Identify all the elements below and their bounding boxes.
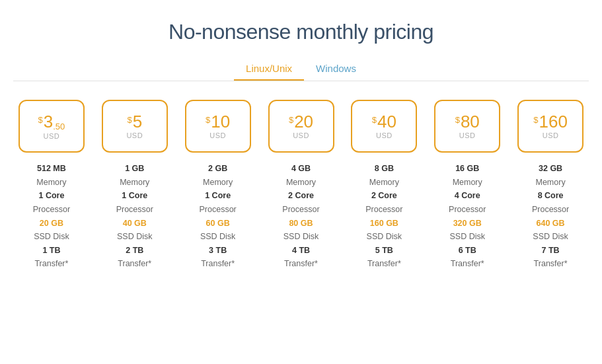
price-currency: USD xyxy=(376,131,393,139)
price-dollar-sign: $ xyxy=(533,116,538,124)
price-number: 5 xyxy=(133,113,142,130)
price-box[interactable]: $5USD xyxy=(102,100,168,153)
spec-line: 1 Core xyxy=(33,189,70,203)
spec-line: Transfer* xyxy=(282,257,319,271)
spec-line: 1 TB xyxy=(33,244,70,258)
price-currency: USD xyxy=(126,131,143,139)
price-currency: USD xyxy=(209,131,226,139)
spec-line: 2 Core xyxy=(282,189,319,203)
spec-line: SSD Disk xyxy=(449,230,486,244)
price-number: 20 xyxy=(294,113,313,130)
price-currency: USD xyxy=(459,131,476,139)
tab-bar: Linux/Unix Windows xyxy=(234,57,368,81)
spec-line: Transfer* xyxy=(116,257,153,271)
spec-line: 4 Core xyxy=(449,189,486,203)
price-dollar-sign: $ xyxy=(372,116,377,124)
spec-line: Memory xyxy=(200,176,237,190)
plan-specs: 32 GBMemory8 CoreProcessor640 GBSSD Disk… xyxy=(532,162,569,271)
spec-line: 8 Core xyxy=(532,189,569,203)
price-cents: .50 xyxy=(53,122,65,131)
price-box[interactable]: $40USD xyxy=(351,100,417,153)
spec-line: 8 GB xyxy=(365,162,402,176)
price-number: 3 xyxy=(44,113,53,130)
plan-specs: 4 GBMemory2 CoreProcessor80 GBSSD Disk4 … xyxy=(282,162,319,271)
price-currency: USD xyxy=(293,131,309,139)
spec-line: Processor xyxy=(282,203,319,217)
spec-line: 1 GB xyxy=(116,162,153,176)
tab-windows[interactable]: Windows xyxy=(304,57,368,81)
spec-line: SSD Disk xyxy=(532,230,569,244)
spec-line: Memory xyxy=(33,176,70,190)
spec-line: 160 GB xyxy=(365,217,402,231)
plan-plan-40[interactable]: $40USD8 GBMemory2 CoreProcessor160 GBSSD… xyxy=(346,100,422,271)
plan-specs: 16 GBMemory4 CoreProcessor320 GBSSD Disk… xyxy=(449,162,486,271)
spec-line: Transfer* xyxy=(200,257,237,271)
spec-line: Memory xyxy=(532,176,569,190)
plans-container: $3.50USD512 MBMemory1 CoreProcessor20 GB… xyxy=(13,100,589,271)
spec-line: Transfer* xyxy=(33,257,70,271)
price-box[interactable]: $10USD xyxy=(185,100,251,153)
price-dollar-sign: $ xyxy=(455,116,460,124)
plan-specs: 8 GBMemory2 CoreProcessor160 GBSSD Disk5… xyxy=(365,162,402,271)
price-currency: USD xyxy=(543,131,559,139)
plan-specs: 2 GBMemory1 CoreProcessor60 GBSSD Disk3 … xyxy=(200,162,237,271)
spec-line: 60 GB xyxy=(200,217,237,231)
price-currency: USD xyxy=(44,132,60,140)
spec-line: 20 GB xyxy=(33,217,70,231)
spec-line: 32 GB xyxy=(532,162,569,176)
spec-line: 2 GB xyxy=(200,162,237,176)
price-dollar-sign: $ xyxy=(38,116,43,124)
spec-line: 3 TB xyxy=(200,244,237,258)
price-dollar-sign: $ xyxy=(289,116,293,124)
spec-line: SSD Disk xyxy=(116,230,153,244)
plan-plan-80[interactable]: $80USD16 GBMemory4 CoreProcessor320 GBSS… xyxy=(429,100,506,271)
spec-line: 2 TB xyxy=(116,244,153,258)
spec-line: 1 Core xyxy=(200,189,237,203)
spec-line: 512 MB xyxy=(33,162,70,176)
spec-line: Processor xyxy=(449,203,486,217)
spec-line: Transfer* xyxy=(365,257,402,271)
spec-line: Processor xyxy=(116,203,153,217)
tab-divider xyxy=(13,81,589,81)
spec-line: 6 TB xyxy=(449,244,486,258)
plan-plan-10[interactable]: $10USD2 GBMemory1 CoreProcessor60 GBSSD … xyxy=(180,100,256,271)
price-number: 10 xyxy=(211,113,230,130)
price-box[interactable]: $80USD xyxy=(434,100,500,153)
spec-line: 320 GB xyxy=(449,217,486,231)
price-number: 40 xyxy=(377,113,396,130)
spec-line: 640 GB xyxy=(532,217,569,231)
tab-linux[interactable]: Linux/Unix xyxy=(234,57,304,81)
plan-plan-5[interactable]: $5USD1 GBMemory1 CoreProcessor40 GBSSD D… xyxy=(96,100,173,271)
spec-line: 7 TB xyxy=(532,244,569,258)
price-box[interactable]: $160USD xyxy=(517,100,583,153)
plan-plan-160[interactable]: $160USD32 GBMemory8 CoreProcessor640 GBS… xyxy=(512,100,589,271)
price-number: 80 xyxy=(461,113,480,130)
spec-line: Transfer* xyxy=(532,257,569,271)
spec-line: Processor xyxy=(532,203,569,217)
spec-line: Processor xyxy=(200,203,237,217)
spec-line: Memory xyxy=(282,176,319,190)
spec-line: 80 GB xyxy=(282,217,319,231)
spec-line: Memory xyxy=(116,176,153,190)
price-dollar-sign: $ xyxy=(127,116,132,124)
spec-line: 4 TB xyxy=(282,244,319,258)
page-title: No-nonsense monthly pricing xyxy=(169,20,433,44)
spec-line: 1 Core xyxy=(116,189,153,203)
spec-line: 5 TB xyxy=(365,244,402,258)
spec-line: SSD Disk xyxy=(282,230,319,244)
price-box[interactable]: $3.50USD xyxy=(19,100,85,153)
spec-line: 16 GB xyxy=(449,162,486,176)
plan-plan-350[interactable]: $3.50USD512 MBMemory1 CoreProcessor20 GB… xyxy=(13,100,90,271)
plan-specs: 1 GBMemory1 CoreProcessor40 GBSSD Disk2 … xyxy=(116,162,153,271)
plan-specs: 512 MBMemory1 CoreProcessor20 GBSSD Disk… xyxy=(33,162,70,271)
price-number: 160 xyxy=(539,113,568,130)
spec-line: Memory xyxy=(449,176,486,190)
spec-line: 40 GB xyxy=(116,217,153,231)
plan-plan-20[interactable]: $20USD4 GBMemory2 CoreProcessor80 GBSSD … xyxy=(263,100,340,271)
spec-line: Memory xyxy=(365,176,402,190)
price-box[interactable]: $20USD xyxy=(268,100,334,153)
spec-line: SSD Disk xyxy=(365,230,402,244)
spec-line: Transfer* xyxy=(449,257,486,271)
spec-line: 4 GB xyxy=(282,162,319,176)
spec-line: 2 Core xyxy=(365,189,402,203)
